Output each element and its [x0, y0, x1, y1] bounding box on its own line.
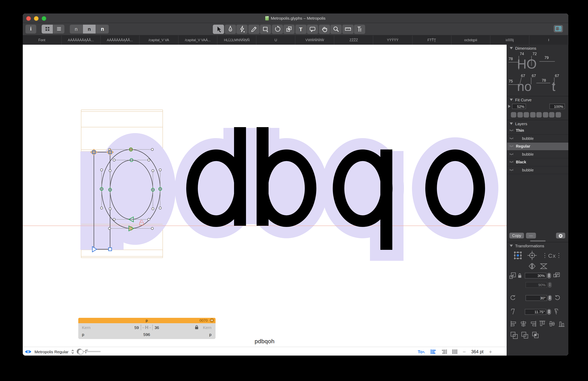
- font-select-chevrons-icon[interactable]: [71, 349, 74, 354]
- copy-layer-button[interactable]: Copy: [509, 233, 524, 239]
- dimensions-header[interactable]: Dimensions: [507, 45, 568, 51]
- eye-closed-icon[interactable]: [509, 129, 514, 132]
- align-left-icon[interactable]: [431, 349, 436, 354]
- measure-tool-button[interactable]: [342, 24, 353, 34]
- primitives-tool-button[interactable]: [260, 24, 271, 34]
- eye-closed-icon[interactable]: [509, 145, 514, 148]
- metrics-key-badge[interactable]: ←H→: [141, 324, 152, 330]
- scale-tool-button[interactable]: [283, 24, 294, 34]
- grid-view-button[interactable]: [42, 24, 53, 33]
- disclosure-triangle-icon[interactable]: [510, 244, 513, 247]
- scale-lock-icon[interactable]: [518, 273, 522, 278]
- fit-curve-step-button[interactable]: [511, 112, 516, 118]
- draw-tool-button[interactable]: [225, 24, 236, 34]
- tab-glyph-group[interactable]: FTŤŢ: [412, 36, 451, 45]
- tab-glyph-group[interactable]: /capital_V VA: [140, 36, 179, 45]
- select-tool-button[interactable]: [213, 24, 224, 34]
- preview-size-slider[interactable]: [79, 351, 101, 352]
- title-bar[interactable]: Metropolis.glyphs – Metropolis: [22, 14, 568, 23]
- center-horizontal-icon[interactable]: [520, 320, 527, 327]
- scale-stepper[interactable]: ▲▼: [547, 273, 551, 278]
- tab-glyph-group[interactable]: U: [256, 36, 295, 45]
- unicode-arrow-badge[interactable]: ➜: [210, 318, 214, 322]
- slant-angle-input[interactable]: [525, 309, 546, 315]
- disclosure-triangle-icon[interactable]: [510, 122, 513, 125]
- flip-vertical-icon[interactable]: [540, 263, 547, 269]
- transformations-header[interactable]: Transformations: [507, 242, 568, 249]
- kern-left-label[interactable]: Kern: [82, 325, 90, 330]
- tab-glyph-group[interactable]: ocbdqpii: [451, 36, 490, 45]
- eye-closed-icon[interactable]: [509, 137, 514, 140]
- scale-down-icon[interactable]: [509, 272, 516, 279]
- rotate-ccw-icon[interactable]: [510, 295, 516, 301]
- master-black-button[interactable]: n: [96, 24, 109, 33]
- lock-icon[interactable]: [194, 325, 198, 330]
- align-left-edge-icon[interactable]: [510, 320, 517, 327]
- layer-row-bubble[interactable]: bubble: [507, 166, 568, 174]
- align-bottom-edge-icon[interactable]: [558, 320, 565, 327]
- subtract-paths-icon[interactable]: [521, 332, 529, 339]
- tab-glyph-group[interactable]: iıíîïīĩij: [490, 36, 529, 45]
- text-tool-button[interactable]: T: [295, 24, 306, 34]
- rotate-cw-icon[interactable]: [554, 295, 561, 301]
- layer-row-regular[interactable]: Regular: [507, 142, 568, 150]
- kern-right-label[interactable]: Kern: [203, 325, 211, 330]
- tab-glyph-group[interactable]: ZŹŽŻ: [335, 36, 373, 45]
- tab-glyph-group[interactable]: AÁĂÂÄÀĀĄÅÃ...: [62, 36, 101, 45]
- layer-row-thin[interactable]: Thin: [507, 127, 568, 135]
- tab-glyph-group[interactable]: VWẂŴẄẀ: [295, 36, 335, 45]
- tab-glyph-group[interactable]: HLĹĽŁMNŃŇŅÑ: [217, 36, 256, 45]
- font-info-button[interactable]: i: [25, 24, 36, 33]
- eye-closed-icon[interactable]: [509, 153, 514, 156]
- eye-closed-icon[interactable]: [509, 161, 514, 163]
- advance-width-value[interactable]: 596: [143, 332, 150, 337]
- vertical-layout-icon[interactable]: [452, 349, 457, 354]
- metrics-tool-button[interactable]: [354, 24, 365, 34]
- disclosure-triangle-icon[interactable]: [510, 99, 513, 101]
- left-sidebearing-value[interactable]: 59: [134, 325, 139, 330]
- list-view-button[interactable]: [53, 24, 64, 33]
- pencil-tool-button[interactable]: [248, 24, 259, 34]
- layers-header[interactable]: Layers: [507, 120, 568, 127]
- tab-glyph-group[interactable]: ł: [529, 36, 568, 45]
- center-vertical-icon[interactable]: [549, 320, 555, 327]
- fit-curve-header[interactable]: Fit Curve: [507, 96, 568, 103]
- flip-horizontal-icon[interactable]: [528, 263, 536, 269]
- layer-row-bubble[interactable]: bubble: [507, 135, 568, 142]
- align-top-edge-icon[interactable]: [539, 320, 546, 327]
- other-pen-tool-button[interactable]: [236, 24, 248, 34]
- intersect-paths-icon[interactable]: [532, 332, 539, 339]
- fit-curve-step-button[interactable]: [536, 112, 542, 118]
- fit-curve-min-input[interactable]: [512, 104, 526, 109]
- origin-selector-icon[interactable]: [513, 251, 523, 260]
- zoom-level-value[interactable]: 364 pt: [471, 349, 483, 354]
- fit-curve-step-button[interactable]: [543, 112, 548, 118]
- sidebar-toggle-button[interactable]: [554, 25, 563, 32]
- preview-eye-icon[interactable]: [24, 349, 32, 354]
- tab-glyph-group[interactable]: AÁĂÂÄÀĀĄÅÃ...: [101, 36, 139, 45]
- hand-tool-button[interactable]: [319, 24, 330, 34]
- scale-secondary-input[interactable]: [525, 282, 547, 288]
- layer-settings-button[interactable]: [556, 233, 565, 239]
- zoom-tool-button[interactable]: [330, 24, 342, 34]
- fit-curve-step-button[interactable]: [524, 112, 529, 118]
- fit-curve-disclosure-icon[interactable]: [508, 105, 510, 108]
- master-thin-button[interactable]: n: [70, 24, 83, 33]
- layer-row-black[interactable]: Black: [507, 158, 568, 166]
- fit-curve-step-button[interactable]: [549, 112, 554, 118]
- kern-pair-left-glyph[interactable]: p: [82, 332, 84, 337]
- custom-transform-icon[interactable]: ⋮Cx⋮: [542, 252, 562, 259]
- slant-left-icon[interactable]: [510, 309, 516, 315]
- align-right-edge-icon[interactable]: [530, 320, 536, 327]
- scale-secondary-stepper[interactable]: ▲▼: [548, 282, 552, 288]
- slant-stepper[interactable]: ▲▼: [547, 309, 551, 315]
- fit-curve-step-button[interactable]: [555, 112, 561, 118]
- rotate-angle-input[interactable]: [525, 295, 547, 301]
- transform-origin-crosshair-icon[interactable]: [527, 250, 537, 261]
- fit-curve-step-button[interactable]: [530, 112, 535, 118]
- tab-glyph-group[interactable]: /capital_V VAÁ...: [179, 36, 217, 45]
- right-sidebearing-value[interactable]: 36: [155, 325, 159, 330]
- rotate-stepper[interactable]: ▲▼: [548, 295, 552, 301]
- edit-canvas[interactable]: p 0070 ➜ Kern 59 ←H→ 36: [22, 45, 507, 336]
- zoom-in-button[interactable]: +: [489, 349, 492, 355]
